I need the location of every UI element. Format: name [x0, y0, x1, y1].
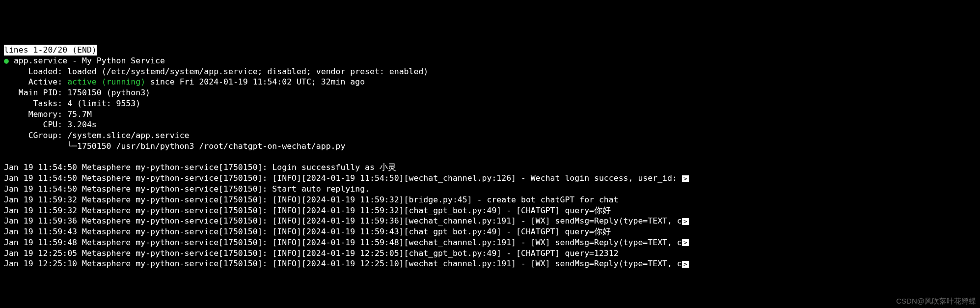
log-line: Jan 19 12:25:10 Metasphere my-python-ser…	[4, 259, 682, 268]
log-line: Jan 19 11:59:32 Metasphere my-python-ser…	[4, 206, 611, 215]
log-line: Jan 19 11:59:48 Metasphere my-python-ser…	[4, 238, 682, 247]
memory-label: Memory:	[28, 110, 63, 119]
main-pid-label: Main PID:	[19, 88, 62, 97]
cgroup-tree: └─1750150 /usr/bin/python3 /root/chatgpt…	[67, 141, 345, 151]
log-line: Jan 19 11:59:43 Metasphere my-python-ser…	[4, 227, 611, 236]
line-continuation-icon: >	[682, 218, 689, 225]
tasks-label: Tasks:	[33, 99, 63, 108]
cpu-value: 3.204s	[67, 120, 97, 129]
log-line: Jan 19 11:59:36 Metasphere my-python-ser…	[4, 216, 682, 225]
main-pid-value: 1750150 (python3)	[67, 88, 150, 97]
unit-name: app.service	[14, 56, 67, 65]
active-since: since Fri 2024-01-19 11:54:02 UTC; 32min…	[150, 77, 365, 86]
cgroup-label: CGroup:	[28, 131, 63, 140]
line-continuation-icon: >	[682, 239, 689, 246]
log-line: Jan 19 12:25:05 Metasphere my-python-ser…	[4, 249, 619, 258]
loaded-value: loaded (/etc/systemd/system/app.service;…	[67, 67, 428, 76]
pager-status: lines 1-20/20 (END)	[4, 45, 97, 56]
cpu-label: CPU:	[43, 120, 62, 129]
watermark: CSDN@风吹落叶花孵蝶	[896, 296, 976, 306]
line-continuation-icon: >	[682, 261, 689, 268]
log-line: Jan 19 11:54:50 Metasphere my-python-ser…	[4, 163, 396, 172]
log-line: Jan 19 11:54:50 Metasphere my-python-ser…	[4, 184, 370, 194]
terminal-output[interactable]: lines 1-20/20 (END) ● app.service - My P…	[4, 45, 976, 269]
active-label: Active:	[28, 77, 63, 86]
tasks-value: 4 (limit: 9553)	[67, 99, 140, 108]
memory-value: 75.7M	[67, 110, 92, 119]
log-line: Jan 19 11:54:50 Metasphere my-python-ser…	[4, 173, 682, 183]
log-line: Jan 19 11:59:32 Metasphere my-python-ser…	[4, 195, 619, 204]
journal-logs: Jan 19 11:54:50 Metasphere my-python-ser…	[4, 162, 976, 269]
unit-status-dot-icon: ●	[4, 56, 9, 65]
line-continuation-icon: >	[682, 175, 689, 182]
cgroup-value: /system.slice/app.service	[67, 131, 189, 140]
active-state: active (running)	[67, 77, 145, 86]
loaded-label: Loaded:	[28, 67, 63, 76]
unit-description: My Python Service	[82, 56, 165, 65]
